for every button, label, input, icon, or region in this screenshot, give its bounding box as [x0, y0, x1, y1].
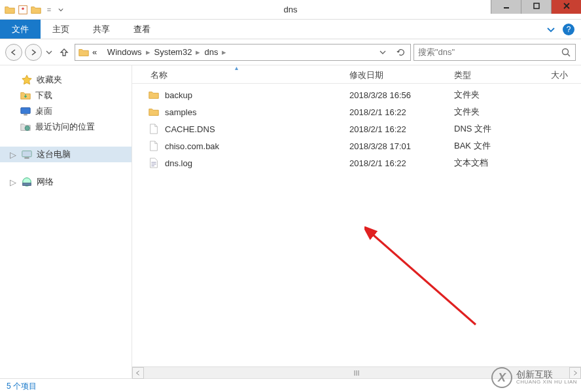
search-input[interactable] [418, 47, 561, 57]
crumb-windows[interactable]: Windows [107, 47, 142, 57]
item-count: 5 个项目 [7, 381, 37, 392]
file-name: CACHE.DNS [165, 124, 215, 134]
sidebar-item-network[interactable]: ▷ 网络 [0, 174, 132, 190]
sidebar-item-computer[interactable]: ▷ 这台电脑 [0, 147, 132, 162]
file-icon [148, 123, 160, 135]
chevron-right-icon: ▸ [146, 47, 150, 57]
tree-expand-icon[interactable]: ▷ [9, 177, 17, 187]
column-header-name[interactable]: ▴ 名称 [132, 65, 342, 83]
file-row[interactable]: CACHE.DNS2018/2/1 16:22DNS 文件 [132, 120, 581, 137]
file-type: 文本文档 [446, 157, 543, 169]
svg-point-8 [25, 126, 29, 130]
crumb-separator [101, 47, 103, 57]
sidebar: 收藏夹 下载 桌面 最近访问的位置 [0, 65, 132, 378]
crumb-dns[interactable]: dns [204, 47, 218, 57]
sidebar-network-group: ▷ 网络 [0, 174, 132, 190]
sidebar-item-recent[interactable]: 最近访问的位置 [0, 119, 132, 135]
file-type: 文件夹 [446, 89, 543, 101]
sidebar-item-label: 这台电脑 [37, 149, 71, 160]
file-name: backup [165, 90, 192, 100]
file-row[interactable]: chiso.com.bak2018/3/28 17:01BAK 文件 [132, 137, 581, 154]
chevron-down-icon[interactable] [58, 7, 64, 13]
column-header-date[interactable]: 修改日期 [342, 65, 446, 83]
file-date: 2018/2/1 16:22 [342, 124, 446, 134]
svg-rect-9 [22, 151, 31, 157]
watermark-logo-icon: X [491, 367, 512, 388]
body: 收藏夹 下载 桌面 最近访问的位置 [0, 65, 581, 378]
svg-rect-12 [23, 183, 31, 186]
watermark: X 创新互联 CHUANG XIN HU LIAN [491, 367, 577, 388]
folder-icon [148, 106, 160, 118]
text-icon [148, 157, 160, 169]
history-dropdown[interactable] [44, 49, 54, 56]
download-folder-icon [20, 90, 31, 101]
address-bar[interactable]: « Windows ▸ System32 ▸ dns ▸ [75, 44, 411, 61]
file-name: chiso.com.bak [165, 141, 219, 151]
file-row[interactable]: backup2018/3/28 16:56文件夹 [132, 86, 581, 103]
title-bar: = dns [0, 0, 581, 20]
equals-icon: = [43, 4, 55, 16]
column-header-type[interactable]: 类型 [446, 65, 543, 83]
svg-rect-3 [534, 3, 539, 9]
folder-icon [148, 89, 160, 101]
tab-view[interactable]: 查看 [122, 20, 162, 39]
back-button[interactable] [5, 44, 22, 61]
app-icon [17, 4, 29, 16]
refresh-button[interactable] [395, 46, 408, 59]
file-icon [148, 140, 160, 152]
search-icon[interactable] [561, 47, 571, 58]
tab-share[interactable]: 共享 [81, 20, 122, 39]
file-row[interactable]: dns.log2018/2/1 16:22文本文档 [132, 154, 581, 171]
sidebar-item-label: 最近访问的位置 [35, 121, 95, 133]
up-button[interactable] [56, 45, 72, 60]
scroll-left-button[interactable] [132, 367, 144, 379]
sidebar-item-favorites[interactable]: 收藏夹 [0, 72, 132, 88]
sort-indicator-icon: ▴ [235, 64, 238, 71]
crumb-system32[interactable]: System32 [154, 47, 192, 57]
folder-icon [30, 4, 42, 16]
search-box[interactable] [414, 44, 576, 61]
file-date: 2018/2/1 16:22 [342, 158, 446, 168]
sidebar-item-label: 收藏夹 [37, 74, 62, 86]
minimize-button[interactable] [491, 0, 521, 14]
forward-button[interactable] [25, 44, 42, 61]
sidebar-item-desktop[interactable]: 桌面 [0, 103, 132, 119]
file-list: backup2018/3/28 16:56文件夹samples2018/2/1 … [132, 84, 581, 366]
file-name: samples [165, 107, 196, 117]
chevron-right-icon: ▸ [222, 47, 226, 57]
svg-line-5 [568, 54, 571, 56]
svg-rect-7 [24, 115, 27, 116]
navigation-bar: « Windows ▸ System32 ▸ dns ▸ [0, 39, 581, 65]
svg-rect-10 [24, 158, 29, 159]
sidebar-item-label: 下载 [35, 90, 52, 101]
crumb-prefix[interactable]: « [92, 47, 97, 57]
file-tab[interactable]: 文件 [0, 20, 41, 39]
column-header-size[interactable]: 大小 [543, 65, 581, 83]
file-pane: ▴ 名称 修改日期 类型 大小 backup2018/3/28 16:56文件夹… [132, 65, 581, 378]
file-type: BAK 文件 [446, 140, 543, 152]
tab-home[interactable]: 主页 [41, 20, 81, 39]
sidebar-item-label: 网络 [37, 176, 54, 188]
file-date: 2018/3/28 17:01 [342, 141, 446, 151]
tree-expand-icon[interactable]: ▷ [9, 150, 17, 160]
help-icon[interactable]: ? [563, 24, 574, 35]
chevron-down-icon[interactable] [546, 24, 556, 35]
maximize-button[interactable] [521, 0, 551, 14]
file-date: 2018/3/28 16:56 [342, 90, 446, 100]
file-name: dns.log [165, 158, 192, 168]
svg-rect-6 [21, 108, 30, 114]
quick-access-toolbar: = [0, 4, 64, 16]
file-row[interactable]: samples2018/2/1 16:22文件夹 [132, 103, 581, 120]
sidebar-item-label: 桌面 [35, 105, 52, 117]
address-dropdown[interactable] [378, 49, 388, 56]
ribbon-tabs: 文件 主页 共享 查看 ? [0, 20, 581, 39]
file-type: DNS 文件 [446, 123, 543, 135]
folder-icon [4, 4, 16, 16]
chevron-right-icon: ▸ [196, 47, 200, 57]
sidebar-item-downloads[interactable]: 下载 [0, 88, 132, 103]
breadcrumb: « Windows ▸ System32 ▸ dns ▸ [92, 47, 375, 57]
recent-icon [20, 121, 31, 133]
svg-point-1 [22, 7, 24, 10]
file-type: 文件夹 [446, 106, 543, 118]
close-button[interactable] [551, 0, 581, 14]
